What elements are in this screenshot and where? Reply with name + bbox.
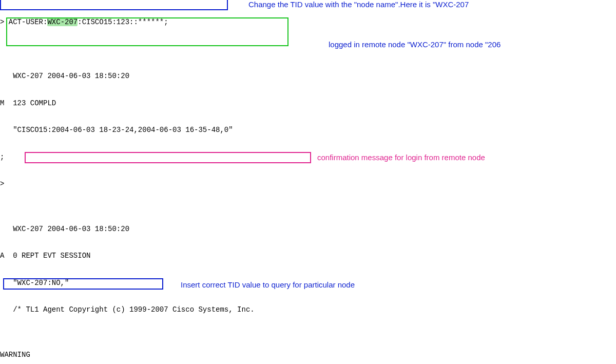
annotation-tid-change: Change the TID value with the "node name… [248, 0, 469, 10]
term-line: WXC-207 2004-06-03 18:50:20 [0, 72, 474, 81]
callout-box-login-resp [6, 17, 288, 46]
term-line: A 0 REPT EVT SESSION [0, 252, 474, 261]
term-line: "CISCO15:2004-06-03 18-23-24,2004-06-03 … [0, 126, 474, 135]
callout-box-rtrv-alm [3, 278, 163, 290]
terminal-screenshot: > ACT-USER:WXC-207:CISCO15:123::******; … [0, 0, 616, 364]
callout-box-act-user [0, 0, 228, 10]
term-line: /* TL1 Agent Copyright (c) 1999-2007 Cis… [0, 305, 474, 315]
term-line: WXC-207 2004-06-03 18:50:20 [0, 225, 474, 234]
annotation-insert-tid: Insert correct TID value to query for pa… [181, 280, 355, 290]
callout-box-login-msg [25, 152, 311, 163]
term-line: WARNING [0, 351, 474, 360]
terminal-output: > ACT-USER:WXC-207:CISCO15:123::******; … [0, 0, 474, 364]
term-line: M 123 COMPLD [0, 99, 474, 108]
term-line: > [0, 180, 474, 189]
annotation-logged-in: logged in remote node "WXC-207" from nod… [329, 40, 500, 50]
annotation-confirm: confirmation message for login from remo… [317, 153, 485, 163]
